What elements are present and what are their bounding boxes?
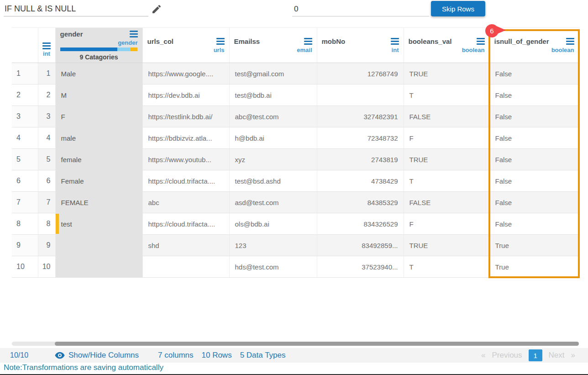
mobno-cell[interactable]: 2743819 xyxy=(317,149,404,170)
table-stats: 7 columns 10 Rows 5 Data Types xyxy=(158,351,285,360)
column-header-index[interactable]: int xyxy=(38,28,55,63)
skip-rows-button[interactable]: Skip Rows xyxy=(431,1,485,16)
urls-cell[interactable]: https://testlink.bdb.ai/ xyxy=(142,106,229,127)
gender-cell[interactable] xyxy=(55,256,142,278)
column-menu-icon[interactable] xyxy=(42,42,51,49)
mobno-cell[interactable]: 72348732 xyxy=(317,127,404,149)
column-header-mobno[interactable]: mobNo int xyxy=(317,28,404,63)
mobno-cell[interactable]: 12768749 xyxy=(317,63,404,85)
horizontal-scrollbar-track[interactable] xyxy=(12,342,579,346)
isnull-cell[interactable]: False xyxy=(489,85,579,106)
mobno-cell[interactable]: 327482391 xyxy=(317,106,404,127)
horizontal-scrollbar-thumb[interactable] xyxy=(55,342,579,346)
index-cell[interactable]: 7 xyxy=(38,192,55,213)
isnull-cell[interactable]: True xyxy=(489,235,579,256)
email-cell[interactable]: abc@test.com xyxy=(229,106,317,127)
gender-cell[interactable]: M xyxy=(55,85,142,106)
column-menu-icon[interactable] xyxy=(304,38,312,45)
last-page-arrow[interactable]: » xyxy=(571,351,575,360)
gender-cell[interactable]: Male xyxy=(55,63,142,85)
gender-cell[interactable]: Female xyxy=(55,170,142,192)
urls-cell[interactable]: https://bdbizviz.atla... xyxy=(142,127,229,149)
isnull-cell[interactable]: False xyxy=(489,213,579,235)
isnull-cell[interactable]: False xyxy=(489,192,579,213)
isnull-cell[interactable]: False xyxy=(489,170,579,192)
urls-cell[interactable]: https://cloud.trifacta.... xyxy=(142,213,229,235)
next-page-button[interactable]: Next xyxy=(549,351,565,360)
index-cell[interactable]: 6 xyxy=(38,170,55,192)
urls-cell[interactable]: https://cloud.trifacta.... xyxy=(142,170,229,192)
mobno-cell[interactable]: 83492859... xyxy=(317,235,404,256)
gender-cell[interactable]: female xyxy=(55,149,142,170)
email-cell[interactable]: ols@bdb.ai xyxy=(229,213,317,235)
index-cell[interactable]: 10 xyxy=(38,256,55,278)
email-cell[interactable]: test@bdb.ai xyxy=(229,85,317,106)
index-cell[interactable]: 2 xyxy=(38,85,55,106)
mobno-cell[interactable]: 37523940... xyxy=(317,256,404,278)
boolean-cell[interactable]: T xyxy=(404,170,489,192)
boolean-cell[interactable]: TRUE xyxy=(404,63,489,85)
mobno-cell[interactable]: 84385329 xyxy=(317,192,404,213)
row-number-cell: 6 xyxy=(12,170,38,192)
index-cell[interactable]: 4 xyxy=(38,127,55,149)
first-page-arrow[interactable]: « xyxy=(481,351,485,360)
email-cell[interactable]: xyz xyxy=(229,149,317,170)
boolean-cell[interactable]: FALSE xyxy=(404,106,489,127)
urls-cell[interactable] xyxy=(142,256,229,278)
isnull-cell[interactable]: False xyxy=(489,149,579,170)
column-menu-icon[interactable] xyxy=(130,31,138,37)
gender-cell[interactable]: male xyxy=(55,127,142,149)
isnull-cell[interactable]: False xyxy=(489,63,579,85)
index-cell[interactable]: 9 xyxy=(38,235,55,256)
current-page-button[interactable]: 1 xyxy=(529,349,542,361)
column-header-gender[interactable]: gender gender 9 Catagories xyxy=(55,28,142,63)
row-number-cell: 2 xyxy=(12,85,38,106)
email-cell[interactable]: test@gmail.com xyxy=(229,63,317,85)
urls-cell[interactable]: https://www.google.... xyxy=(142,63,229,85)
urls-cell[interactable]: https://www.youtub... xyxy=(142,149,229,170)
gender-cell[interactable]: FEMALE xyxy=(55,192,142,213)
column-type-label: int xyxy=(317,45,404,53)
urls-cell[interactable]: https://dev.bdb.ai xyxy=(142,85,229,106)
gender-cell-with-marker[interactable]: test xyxy=(55,213,142,235)
boolean-cell[interactable]: F xyxy=(404,213,489,235)
show-hide-columns-button[interactable]: Show/Hide Columns xyxy=(55,351,139,360)
column-menu-icon[interactable] xyxy=(566,38,574,45)
column-header-booleans-val[interactable]: booleans_val boolean xyxy=(404,28,489,63)
column-menu-icon[interactable] xyxy=(477,38,485,45)
edit-transform-button[interactable] xyxy=(150,3,163,16)
skip-rows-input[interactable] xyxy=(292,2,429,16)
email-cell[interactable]: test@bsd.ashd xyxy=(229,170,317,192)
boolean-cell[interactable]: F xyxy=(404,127,489,149)
index-cell[interactable]: 3 xyxy=(38,106,55,127)
boolean-cell[interactable]: T xyxy=(404,256,489,278)
gender-cell[interactable]: F xyxy=(55,106,142,127)
mobno-cell[interactable] xyxy=(317,85,404,106)
gender-cell[interactable] xyxy=(55,235,142,256)
boolean-cell[interactable]: TRUE xyxy=(404,149,489,170)
previous-page-button[interactable]: Previous xyxy=(492,351,522,360)
column-menu-icon[interactable] xyxy=(391,38,399,45)
boolean-cell[interactable]: FALSE xyxy=(404,192,489,213)
index-cell[interactable]: 8 xyxy=(38,213,55,235)
mobno-cell[interactable]: 834326529 xyxy=(317,213,404,235)
index-cell[interactable]: 5 xyxy=(38,149,55,170)
isnull-cell[interactable]: False xyxy=(489,106,579,127)
urls-cell[interactable]: abc xyxy=(142,192,229,213)
boolean-cell[interactable]: TRUE xyxy=(404,235,489,256)
column-header-emailss[interactable]: Emailss email xyxy=(229,28,317,63)
column-header-rownum xyxy=(12,28,38,63)
isnull-cell[interactable]: True xyxy=(489,256,579,278)
email-cell[interactable]: 123 xyxy=(229,235,317,256)
column-header-urls-col[interactable]: urls_col urls xyxy=(142,28,229,63)
urls-cell[interactable]: shd xyxy=(142,235,229,256)
isnull-cell[interactable]: False xyxy=(489,127,579,149)
transform-name-input[interactable] xyxy=(4,2,148,16)
mobno-cell[interactable]: 4738429 xyxy=(317,170,404,192)
column-menu-icon[interactable] xyxy=(216,38,225,45)
email-cell[interactable]: asd@test.com xyxy=(229,192,317,213)
index-cell[interactable]: 1 xyxy=(38,63,55,85)
email-cell[interactable]: h@bdb.ai xyxy=(229,127,317,149)
email-cell[interactable]: hds@test.com xyxy=(229,256,317,278)
boolean-cell[interactable]: T xyxy=(404,85,489,106)
